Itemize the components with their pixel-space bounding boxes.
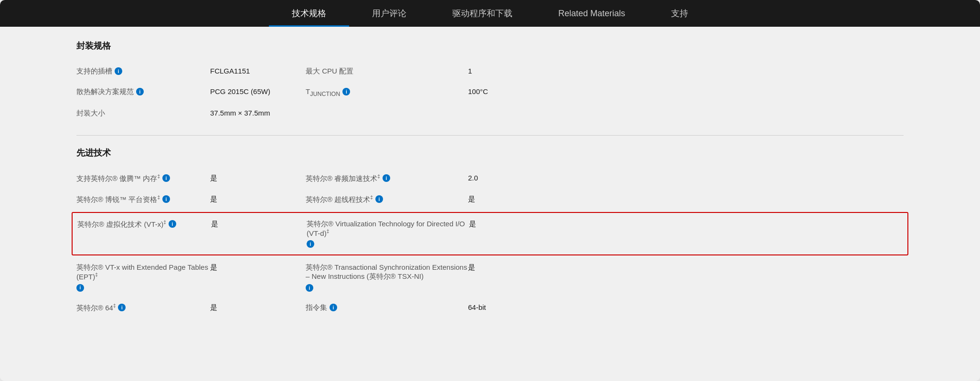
spec-label-hyperthreading: 英特尔® 超线程技术‡ i bbox=[306, 195, 468, 204]
spec-label-tjunction: TJUNCTION i bbox=[306, 87, 468, 97]
info-icon-tjunction[interactable]: i bbox=[342, 88, 350, 95]
advanced-row-1: 支持英特尔® 傲腾™ 内存‡ i 是 英特尔® 睿频加速技术‡ i 2.0 bbox=[76, 168, 904, 189]
packaging-title: 封装规格 bbox=[76, 40, 904, 52]
info-icon-intel64[interactable]: i bbox=[118, 304, 126, 311]
spec-label-vtx: 英特尔® 虚拟化技术 (VT-x)‡ i bbox=[77, 220, 211, 248]
tab-user-reviews[interactable]: 用户评论 bbox=[349, 0, 429, 27]
spec-label-instruction-set: 指令集 i bbox=[306, 303, 468, 313]
advanced-title: 先进技术 bbox=[76, 147, 904, 159]
info-icon-vtx[interactable]: i bbox=[169, 220, 176, 228]
spec-value-vpro: 是 bbox=[210, 195, 306, 204]
tab-related-materials[interactable]: Related Materials bbox=[535, 0, 648, 27]
packaging-section: 封装规格 支持的插槽 i FCLGA1151 最大 CPU 配置 1 bbox=[76, 40, 904, 124]
spec-value-cpu-config: 1 bbox=[468, 67, 525, 76]
packaging-row-2: 散热解决方案规范 i PCG 2015C (65W) TJUNCTION i 1… bbox=[76, 82, 904, 103]
content-area: 封装规格 支持的插槽 i FCLGA1151 最大 CPU 配置 1 bbox=[0, 27, 980, 381]
info-icon-hyperthreading[interactable]: i bbox=[375, 195, 383, 203]
packaging-row-3: 封装大小 37.5mm × 37.5mm bbox=[76, 103, 904, 124]
spec-value-hyperthreading: 是 bbox=[468, 195, 525, 204]
advanced-row-2: 英特尔® 博锐™ 平台资格‡ i 是 英特尔® 超线程技术‡ i 是 bbox=[76, 189, 904, 210]
spec-label-socket: 支持的插槽 i bbox=[76, 67, 210, 76]
spec-value-ept: 是 bbox=[210, 263, 306, 292]
spec-label-thermal: 散热解决方案规范 i bbox=[76, 87, 210, 97]
spec-value-tsx: 是 bbox=[468, 263, 525, 292]
spec-label-turbo: 英特尔® 睿频加速技术‡ i bbox=[306, 174, 468, 183]
info-icon-socket[interactable]: i bbox=[115, 67, 122, 75]
advanced-row-4: 英特尔® VT-x with Extended Page Tables (EPT… bbox=[76, 257, 904, 297]
tab-support[interactable]: 支持 bbox=[648, 0, 711, 27]
spec-value-turbo: 2.0 bbox=[468, 174, 525, 183]
top-navigation: 技术规格 用户评论 驱动程序和下载 Related Materials 支持 bbox=[0, 0, 980, 27]
info-icon-vtd[interactable]: i bbox=[307, 240, 314, 248]
spec-value-socket: FCLGA1151 bbox=[210, 67, 306, 76]
spec-value-optane: 是 bbox=[210, 174, 306, 183]
spec-label-intel64: 英特尔® 64‡ i bbox=[76, 303, 210, 313]
section-divider bbox=[76, 135, 904, 136]
spec-label-ept: 英特尔® VT-x with Extended Page Tables (EPT… bbox=[76, 263, 210, 292]
spec-value-instruction-set: 64-bit bbox=[468, 303, 525, 313]
advanced-row-5: 英特尔® 64‡ i 是 指令集 i 64-bit bbox=[76, 297, 904, 318]
info-icon-tsx[interactable]: i bbox=[306, 284, 313, 292]
info-icon-vpro[interactable]: i bbox=[162, 195, 170, 203]
spec-value-vtd: 是 bbox=[469, 220, 526, 248]
spec-value-vtx: 是 bbox=[211, 220, 307, 248]
info-icon-thermal[interactable]: i bbox=[136, 88, 144, 95]
spec-label-vtd: 英特尔® Virtualization Technology for Direc… bbox=[307, 220, 469, 248]
packaging-row-1: 支持的插槽 i FCLGA1151 最大 CPU 配置 1 bbox=[76, 61, 904, 82]
spec-label-tsx: 英特尔® Transactional Synchronization Exten… bbox=[306, 263, 468, 292]
highlighted-row-vtx-vtd: 英特尔® 虚拟化技术 (VT-x)‡ i 是 英特尔® Virtualizati… bbox=[72, 212, 908, 255]
spec-value-intel64: 是 bbox=[210, 303, 306, 313]
spec-label-cpu-config: 最大 CPU 配置 bbox=[306, 67, 468, 76]
spec-value-pkg-size: 37.5mm × 37.5mm bbox=[210, 109, 306, 118]
spec-label-pkg-size: 封装大小 bbox=[76, 109, 210, 118]
tab-drivers[interactable]: 驱动程序和下载 bbox=[429, 0, 535, 27]
tab-tech-specs[interactable]: 技术规格 bbox=[269, 0, 349, 27]
advanced-section: 先进技术 支持英特尔® 傲腾™ 内存‡ i 是 英特尔® 睿频加速技术‡ i 2… bbox=[76, 147, 904, 318]
spec-value-tjunction: 100°C bbox=[468, 87, 525, 97]
spec-label-optane: 支持英特尔® 傲腾™ 内存‡ i bbox=[76, 174, 210, 183]
info-icon-optane[interactable]: i bbox=[162, 174, 170, 182]
spec-label-vpro: 英特尔® 博锐™ 平台资格‡ i bbox=[76, 195, 210, 204]
spec-value-thermal: PCG 2015C (65W) bbox=[210, 87, 306, 97]
info-icon-instruction-set[interactable]: i bbox=[330, 304, 337, 311]
info-icon-ept[interactable]: i bbox=[76, 284, 84, 292]
info-icon-turbo[interactable]: i bbox=[383, 174, 390, 182]
